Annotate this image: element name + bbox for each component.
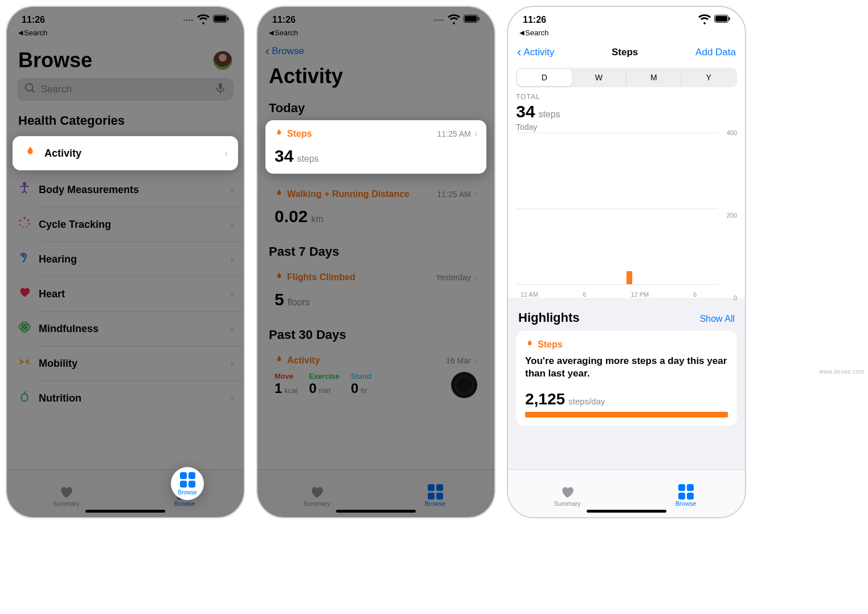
cellular-dots-icon: •••• (183, 17, 194, 23)
back-to-search[interactable]: ◀Search (257, 28, 494, 40)
chevron-right-icon: › (224, 148, 228, 159)
flame-icon (275, 272, 284, 283)
mindfulness-icon (18, 321, 39, 337)
show-all-button[interactable]: Show All (700, 314, 735, 324)
category-label: Mobility (39, 358, 77, 370)
walking-distance-card[interactable]: Walking + Running Distance 11:25 AM › 0.… (265, 181, 486, 234)
distance-unit: km (311, 214, 323, 224)
total-unit: steps (538, 109, 560, 120)
wifi-icon (698, 13, 711, 27)
steps-bar-chart[interactable]: 400 200 0 12 AM 6 12 PM 6 (516, 133, 737, 298)
svg-point-11 (26, 226, 28, 228)
flame-icon (275, 128, 284, 140)
stand-label: Stand (351, 372, 371, 380)
flights-climbed-card[interactable]: Flights Climbed Yesterday › 5floors (265, 264, 486, 317)
segment-day[interactable]: D (517, 69, 572, 86)
body-icon (18, 182, 39, 198)
category-label: Activity (44, 148, 81, 159)
health-categories-heading: Health Categories (7, 101, 244, 134)
steps-card[interactable]: Steps 11:25 AM › 34steps (265, 120, 486, 174)
category-mobility[interactable]: Mobility › (7, 346, 244, 380)
svg-point-14 (19, 220, 22, 222)
heart-icon (59, 484, 73, 500)
chevron-right-icon: › (230, 288, 234, 300)
grid-icon (428, 484, 443, 500)
status-bar: 11:26 •••• (7, 7, 244, 28)
x-tick: 12 AM (521, 291, 538, 298)
card-time: 16 Mar (446, 356, 471, 365)
battery-icon (213, 15, 229, 25)
page-title: Steps (554, 47, 695, 58)
x-tick: 6 (583, 291, 586, 298)
svg-point-9 (27, 219, 30, 222)
category-mindfulness[interactable]: Mindfulness › (7, 312, 244, 346)
segment-year[interactable]: Y (682, 69, 736, 86)
flame-icon (275, 355, 284, 366)
search-icon (24, 82, 36, 97)
svg-line-4 (32, 89, 35, 92)
tab-label: Browse (675, 500, 697, 507)
card-time: 11:25 AM (437, 190, 471, 199)
status-time: 11:26 (22, 15, 45, 25)
back-to-search[interactable]: ◀Search (508, 28, 745, 40)
section-past30: Past 30 Days (257, 317, 494, 347)
mic-icon[interactable] (214, 82, 227, 97)
browse-tab-highlight[interactable]: Browse (171, 467, 204, 500)
back-to-search[interactable]: ◀Search (7, 28, 244, 40)
home-indicator[interactable] (336, 510, 416, 513)
category-label: Nutrition (39, 392, 81, 404)
svg-point-15 (23, 255, 24, 257)
svg-rect-2 (228, 17, 229, 21)
total-caption: Today (516, 121, 737, 132)
exercise-unit: min (319, 386, 331, 395)
category-activity[interactable]: Activity › (13, 136, 238, 170)
flame-icon (24, 145, 44, 161)
x-tick: 6 (693, 291, 697, 298)
tab-label: Browse (174, 500, 195, 507)
y-tick: 400 (727, 129, 737, 136)
profile-avatar[interactable] (213, 51, 232, 70)
card-time: Yesterday (436, 273, 471, 282)
category-body-measurements[interactable]: Body Measurements › (7, 173, 244, 207)
category-cycle-tracking[interactable]: Cycle Tracking › (7, 207, 244, 241)
phone-screenshot-activity: 11:26 •••• ◀Search ‹Browse Activity Toda… (256, 6, 496, 518)
svg-rect-1 (214, 16, 226, 22)
card-label: Walking + Running Distance (287, 189, 410, 199)
apple-icon (18, 390, 39, 406)
category-label: Mindfulness (39, 323, 99, 335)
watermark: www.deuao.com (819, 369, 865, 375)
cycle-icon (18, 216, 39, 232)
move-label: Move (275, 372, 297, 380)
move-unit: kcal (284, 386, 297, 395)
category-nutrition[interactable]: Nutrition › (7, 381, 244, 415)
flights-unit: floors (288, 297, 310, 308)
category-heart[interactable]: Heart › (7, 277, 244, 311)
highlight-bar (525, 412, 728, 417)
nav-back-activity[interactable]: ‹Activity (517, 45, 554, 60)
highlight-steps-card[interactable]: Steps You're averaging more steps a day … (516, 331, 737, 425)
battery-icon (714, 15, 730, 25)
svg-rect-22 (729, 17, 730, 21)
card-time: 11:25 AM (437, 129, 471, 138)
add-data-button[interactable]: Add Data (695, 47, 736, 58)
ear-icon (18, 251, 39, 267)
chevron-right-icon: › (474, 129, 477, 139)
home-indicator[interactable] (85, 510, 165, 513)
tab-label: Summary (303, 500, 330, 507)
chevron-right-icon: › (474, 272, 477, 283)
category-label: Hearing (39, 253, 77, 265)
segment-month[interactable]: M (626, 69, 682, 86)
nav-back-browse[interactable]: ‹Browse (257, 40, 494, 61)
category-list: Activity › Body Measurements › Cycle Tra… (7, 136, 244, 415)
chevron-left-icon: ‹ (517, 45, 521, 60)
search-field[interactable]: Search (17, 78, 234, 101)
chevron-right-icon: › (230, 358, 234, 370)
home-indicator[interactable] (587, 510, 666, 513)
x-tick: 12 PM (630, 291, 649, 298)
tab-bar: Summary Browse (257, 469, 494, 517)
time-range-segment[interactable]: D W M Y (516, 68, 737, 87)
segment-week[interactable]: W (572, 69, 627, 86)
activity-rings-card[interactable]: Activity 16 Mar › Move1kcal Exercise0min… (265, 347, 486, 406)
tab-bar: Summary Browse (7, 469, 244, 517)
category-hearing[interactable]: Hearing › (7, 242, 244, 276)
